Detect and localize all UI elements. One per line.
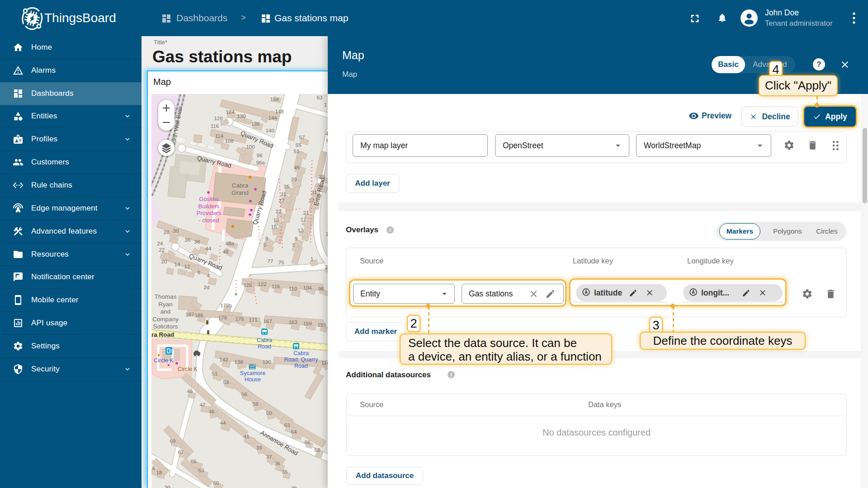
svg-text:Road: Road xyxy=(294,363,308,369)
svg-text:155: 155 xyxy=(317,322,326,328)
svg-text:48a: 48a xyxy=(225,241,234,246)
svg-text:1: 1 xyxy=(311,256,313,262)
svg-text:18: 18 xyxy=(156,470,162,475)
svg-text:58: 58 xyxy=(253,401,259,407)
svg-text:122: 122 xyxy=(258,282,266,287)
svg-text:51: 51 xyxy=(294,149,300,154)
svg-text:159: 159 xyxy=(303,321,311,326)
svg-text:Sycamore: Sycamore xyxy=(240,370,265,376)
svg-text:148: 148 xyxy=(275,109,283,114)
svg-text:142: 142 xyxy=(219,357,228,362)
svg-text:Thomas: Thomas xyxy=(155,293,177,300)
svg-text:64: 64 xyxy=(291,429,297,435)
svg-text:Circle K: Circle K xyxy=(154,357,174,364)
svg-text:114: 114 xyxy=(321,360,328,366)
svg-text:171: 171 xyxy=(249,317,257,323)
svg-text:Company: Company xyxy=(152,316,179,323)
svg-text:179b: 179b xyxy=(220,303,232,308)
svg-text:31: 31 xyxy=(311,190,317,195)
svg-text:100: 100 xyxy=(246,144,255,150)
svg-text:Ryan: Ryan xyxy=(158,301,173,308)
svg-text:37: 37 xyxy=(266,454,272,460)
svg-text:48: 48 xyxy=(223,249,229,254)
svg-text:116: 116 xyxy=(272,284,280,289)
svg-text:13: 13 xyxy=(298,228,304,233)
svg-text:144: 144 xyxy=(268,115,277,121)
svg-text:6: 6 xyxy=(198,270,200,275)
svg-text:27: 27 xyxy=(309,198,315,203)
svg-text:39: 39 xyxy=(319,174,325,179)
svg-text:130: 130 xyxy=(262,359,271,365)
svg-text:68: 68 xyxy=(315,447,321,453)
svg-text:22: 22 xyxy=(159,247,165,253)
svg-text:20: 20 xyxy=(161,259,167,264)
svg-text:38: 38 xyxy=(194,239,200,244)
svg-text:24: 24 xyxy=(157,241,163,246)
svg-text:154: 154 xyxy=(270,97,279,102)
svg-text:77: 77 xyxy=(268,258,274,264)
svg-text:36: 36 xyxy=(274,461,280,466)
svg-text:35: 35 xyxy=(284,184,290,189)
svg-text:15: 15 xyxy=(271,224,277,230)
svg-text:116: 116 xyxy=(211,123,219,129)
svg-text:163: 163 xyxy=(288,319,297,325)
svg-text:67: 67 xyxy=(178,450,184,455)
svg-text:5: 5 xyxy=(264,242,266,248)
svg-text:30: 30 xyxy=(173,228,179,234)
svg-text:30: 30 xyxy=(291,486,297,488)
svg-text:69: 69 xyxy=(170,438,176,444)
svg-text:104: 104 xyxy=(303,285,312,291)
svg-text:140: 140 xyxy=(265,128,274,133)
svg-text:Grand: Grand xyxy=(231,189,249,196)
svg-text:35: 35 xyxy=(317,182,323,188)
svg-text:Cabra: Cabra xyxy=(293,350,309,357)
svg-text:60: 60 xyxy=(266,410,272,416)
svg-text:179: 179 xyxy=(218,315,226,320)
svg-text:14: 14 xyxy=(175,262,180,267)
svg-text:Builders: Builders xyxy=(198,203,220,210)
svg-text:1: 1 xyxy=(324,102,327,108)
svg-text:175: 175 xyxy=(235,316,244,322)
svg-text:130: 130 xyxy=(237,113,245,119)
svg-text:Goslins: Goslins xyxy=(199,196,219,202)
svg-text:114: 114 xyxy=(215,133,224,139)
svg-text:126: 126 xyxy=(243,282,252,288)
svg-text:44: 44 xyxy=(220,420,226,426)
svg-text:17: 17 xyxy=(301,217,307,222)
svg-text:23: 23 xyxy=(276,209,282,214)
svg-text:39: 39 xyxy=(291,177,297,182)
svg-text:66: 66 xyxy=(305,440,311,445)
svg-text:- closed: - closed xyxy=(198,217,219,224)
svg-text:5: 5 xyxy=(292,242,295,248)
svg-text:136: 136 xyxy=(251,121,259,127)
svg-text:96a: 96a xyxy=(256,160,265,165)
svg-text:Providers: Providers xyxy=(197,210,222,216)
svg-text:110: 110 xyxy=(289,286,297,291)
svg-text:44: 44 xyxy=(206,246,212,251)
svg-text:138: 138 xyxy=(234,359,243,365)
svg-text:and: and xyxy=(160,308,171,315)
svg-text:49: 49 xyxy=(187,389,193,394)
svg-text:35: 35 xyxy=(282,469,288,474)
svg-text:21: 21 xyxy=(303,210,309,216)
svg-text:120: 120 xyxy=(214,116,222,121)
svg-text:75: 75 xyxy=(278,260,284,265)
svg-text:108: 108 xyxy=(225,138,233,144)
svg-text:46: 46 xyxy=(209,409,215,414)
svg-text:63: 63 xyxy=(317,95,323,100)
svg-text:28: 28 xyxy=(164,230,170,235)
svg-text:45: 45 xyxy=(294,165,300,170)
svg-text:60: 60 xyxy=(213,480,219,486)
svg-text:Road, Quarry: Road, Quarry xyxy=(284,357,318,363)
svg-text:Solicitors: Solicitors xyxy=(153,323,178,330)
svg-text:55: 55 xyxy=(296,142,302,148)
svg-text:96: 96 xyxy=(257,153,263,158)
svg-text:63: 63 xyxy=(198,468,204,473)
svg-text:185: 185 xyxy=(194,313,203,318)
svg-text:31: 31 xyxy=(281,192,287,197)
svg-text:Road: Road xyxy=(258,343,271,350)
svg-text:187: 187 xyxy=(185,312,194,317)
svg-text:9: 9 xyxy=(295,236,297,241)
svg-text:39: 39 xyxy=(256,445,262,450)
svg-text:20: 20 xyxy=(165,485,170,488)
